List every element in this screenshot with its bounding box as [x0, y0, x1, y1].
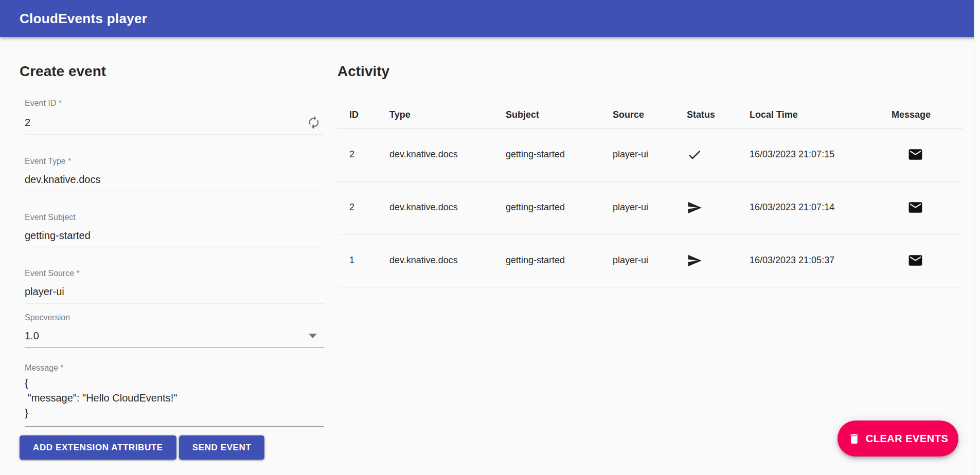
- check-icon: [687, 147, 702, 162]
- column-header-message: Message: [880, 102, 963, 128]
- event-id-field: Event ID *: [25, 98, 324, 135]
- clear-events-label: CLEAR EVENTS: [866, 433, 948, 445]
- cell-local-time: 16/03/2023 21:05:37: [738, 234, 880, 287]
- main-content: Create event Event ID * Event Type * Ev: [0, 37, 980, 460]
- specversion-value: 1.0: [25, 330, 309, 342]
- activity-table: ID Type Subject Source Status Local Time…: [337, 102, 963, 287]
- message-field: Message * { "message": "Hello CloudEvent…: [25, 363, 324, 427]
- email-icon[interactable]: [907, 199, 923, 215]
- event-subject-label: Event Subject: [25, 212, 324, 222]
- create-event-form: Event ID * Event Type * Event Subject: [20, 98, 324, 427]
- send-icon: [687, 253, 702, 268]
- create-event-heading: Create event: [20, 63, 324, 80]
- add-extension-attribute-button[interactable]: ADD EXTENSION ATTRIBUTE: [20, 435, 176, 460]
- cell-local-time: 16/03/2023 21:07:14: [738, 181, 880, 234]
- event-subject-input[interactable]: [25, 229, 322, 242]
- event-subject-field: Event Subject: [25, 212, 324, 247]
- cell-id: 2: [337, 181, 378, 234]
- column-header-local-time: Local Time: [738, 102, 880, 128]
- column-header-id: ID: [337, 102, 378, 128]
- scrollbar-track[interactable]: [974, 0, 980, 475]
- specversion-field: Specversion 1.0: [25, 313, 324, 348]
- delete-icon: [848, 432, 861, 445]
- send-icon: [687, 200, 702, 215]
- cell-subject: getting-started: [494, 234, 601, 287]
- cell-source: player-ui: [601, 128, 675, 181]
- cell-id: 2: [337, 128, 378, 181]
- cell-subject: getting-started: [494, 128, 601, 181]
- column-header-type: Type: [378, 102, 494, 128]
- column-header-source: Source: [601, 102, 675, 128]
- specversion-label: Specversion: [25, 313, 324, 322]
- cell-id: 1: [337, 234, 378, 287]
- event-type-field: Event Type *: [25, 156, 324, 191]
- activity-heading: Activity: [337, 63, 963, 80]
- column-header-status: Status: [675, 102, 738, 128]
- cell-source: player-ui: [601, 234, 675, 287]
- event-id-label: Event ID *: [25, 98, 324, 108]
- specversion-select[interactable]: 1.0: [25, 322, 324, 348]
- send-event-button[interactable]: SEND EVENT: [179, 435, 265, 460]
- dropdown-arrow-icon: [309, 334, 317, 338]
- message-input[interactable]: { "message": "Hello CloudEvents!" }: [25, 376, 322, 421]
- column-header-subject: Subject: [494, 102, 601, 128]
- cell-type: dev.knative.docs: [378, 234, 494, 287]
- event-source-label: Event Source *: [25, 268, 324, 278]
- email-icon[interactable]: [907, 147, 923, 162]
- activity-panel: Activity ID Type Subject Source Status L…: [337, 63, 963, 287]
- cell-type: dev.knative.docs: [378, 128, 494, 181]
- event-source-field: Event Source *: [25, 268, 324, 303]
- autorenew-icon[interactable]: [307, 115, 321, 130]
- table-row: 2 dev.knative.docs getting-started playe…: [337, 128, 963, 181]
- event-id-input[interactable]: [25, 116, 307, 129]
- app-title: CloudEvents player: [20, 11, 147, 27]
- cell-type: dev.knative.docs: [378, 181, 494, 234]
- table-row: 2 dev.knative.docs getting-started playe…: [337, 181, 963, 234]
- event-type-label: Event Type *: [25, 156, 324, 166]
- event-type-input[interactable]: [25, 173, 322, 186]
- create-event-panel: Create event Event ID * Event Type * Ev: [20, 63, 324, 460]
- cell-source: player-ui: [601, 181, 675, 234]
- message-label: Message *: [25, 363, 324, 373]
- event-source-input[interactable]: [25, 285, 322, 298]
- app-bar: CloudEvents player: [0, 0, 980, 37]
- cell-local-time: 16/03/2023 21:07:15: [738, 128, 880, 181]
- table-row: 1 dev.knative.docs getting-started playe…: [337, 234, 963, 287]
- email-icon[interactable]: [907, 252, 923, 268]
- table-header-row: ID Type Subject Source Status Local Time…: [337, 102, 963, 128]
- cell-subject: getting-started: [494, 181, 601, 234]
- clear-events-button[interactable]: CLEAR EVENTS: [838, 421, 958, 456]
- form-buttons: ADD EXTENSION ATTRIBUTE SEND EVENT: [20, 435, 324, 460]
